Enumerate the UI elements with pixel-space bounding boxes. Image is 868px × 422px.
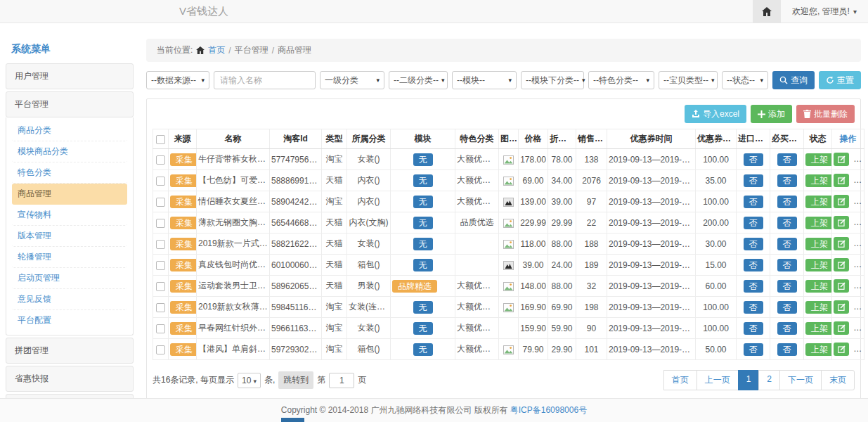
- pagination-button[interactable]: 2: [758, 370, 780, 390]
- edit-button[interactable]: [834, 195, 849, 208]
- delete-button[interactable]: [853, 343, 864, 356]
- edit-button[interactable]: [834, 174, 849, 187]
- row-checkbox[interactable]: [156, 219, 165, 228]
- must-buy-toggle[interactable]: 否: [777, 217, 797, 229]
- sidebar-submenu-item[interactable]: 轮播管理: [12, 247, 127, 268]
- pagination-button[interactable]: 上一页: [697, 370, 739, 390]
- must-buy-toggle[interactable]: 否: [777, 238, 797, 250]
- pagination-button[interactable]: 下一页: [779, 370, 822, 390]
- breadcrumb-home-link[interactable]: 首页: [208, 44, 225, 56]
- filter-select[interactable]: 一级分类 ▾: [320, 71, 384, 89]
- sidebar-submenu-item[interactable]: 意见反馈: [12, 289, 127, 310]
- reset-button[interactable]: 重置: [819, 71, 861, 89]
- row-checkbox[interactable]: [156, 345, 165, 354]
- status-badge[interactable]: 上架: [805, 153, 832, 166]
- delete-button[interactable]: [853, 237, 864, 250]
- search-button[interactable]: 查询: [772, 71, 815, 89]
- page-size-select[interactable]: 10▾: [238, 373, 261, 388]
- pagination-button[interactable]: 首页: [663, 370, 697, 390]
- status-badge[interactable]: 上架: [805, 259, 832, 271]
- status-badge[interactable]: 上架: [805, 217, 832, 229]
- sidebar-submenu-item[interactable]: 模块商品分类: [12, 141, 127, 162]
- sidebar-submenu-item[interactable]: 特色分类: [12, 162, 127, 184]
- must-buy-toggle[interactable]: 否: [777, 343, 797, 356]
- row-checkbox[interactable]: [156, 303, 165, 312]
- edit-button[interactable]: [834, 153, 849, 166]
- import-select-toggle[interactable]: 否: [744, 259, 763, 271]
- must-buy-toggle[interactable]: 否: [777, 259, 797, 271]
- import-select-toggle[interactable]: 否: [744, 301, 763, 314]
- must-buy-toggle[interactable]: 否: [777, 301, 797, 314]
- sidebar-group-item[interactable]: 省惠快报: [6, 366, 134, 392]
- sidebar-submenu-item[interactable]: 商品管理: [12, 184, 127, 205]
- delete-button[interactable]: [853, 195, 864, 208]
- import-select-toggle[interactable]: 否: [744, 343, 763, 356]
- edit-button[interactable]: [834, 237, 849, 250]
- edit-button[interactable]: [834, 343, 849, 356]
- icp-link[interactable]: 粤ICP备16098006号: [510, 404, 587, 416]
- status-badge[interactable]: 上架: [805, 196, 832, 208]
- delete-button[interactable]: [853, 300, 864, 314]
- select-all-checkbox[interactable]: [156, 135, 165, 144]
- page-number-input[interactable]: [329, 373, 354, 388]
- sidebar-group-item[interactable]: 用户管理: [6, 63, 134, 89]
- filter-select[interactable]: --模块-- ▾: [452, 71, 517, 89]
- must-buy-toggle[interactable]: 否: [777, 322, 797, 335]
- row-checkbox[interactable]: [156, 198, 165, 207]
- edit-button[interactable]: [834, 300, 849, 314]
- must-buy-toggle[interactable]: 否: [777, 196, 797, 208]
- filter-select[interactable]: --特色分类-- ▾: [588, 71, 654, 89]
- sidebar-group-item[interactable]: 拼团管理: [6, 338, 134, 364]
- sidebar-submenu-item[interactable]: 商品分类: [12, 120, 127, 141]
- status-badge[interactable]: 上架: [805, 280, 832, 293]
- import-select-toggle[interactable]: 否: [744, 322, 763, 335]
- filter-select[interactable]: --模块下分类-- ▾: [521, 71, 584, 89]
- import-select-toggle[interactable]: 否: [744, 174, 763, 187]
- row-checkbox[interactable]: [156, 261, 165, 270]
- batch-delete-button[interactable]: 批量删除: [796, 105, 855, 123]
- edit-button[interactable]: [834, 216, 849, 229]
- sidebar-submenu-item[interactable]: 版本管理: [12, 226, 127, 247]
- pagination-button[interactable]: 末页: [821, 370, 855, 390]
- must-buy-toggle[interactable]: 否: [777, 174, 797, 187]
- filter-select[interactable]: --状态-- ▾: [722, 71, 768, 89]
- edit-button[interactable]: [834, 258, 849, 271]
- filter-select-data-source[interactable]: --数据来源-- ▾: [146, 71, 209, 89]
- delete-button[interactable]: [853, 153, 864, 166]
- row-checkbox[interactable]: [156, 282, 165, 291]
- row-checkbox[interactable]: [156, 155, 165, 165]
- import-select-toggle[interactable]: 否: [744, 217, 763, 229]
- pagination-button[interactable]: 1: [738, 370, 760, 390]
- status-badge[interactable]: 上架: [805, 301, 832, 314]
- edit-button[interactable]: [834, 279, 849, 293]
- sidebar-submenu-item[interactable]: 宣传物料: [12, 205, 127, 226]
- delete-button[interactable]: [853, 258, 864, 271]
- must-buy-toggle[interactable]: 否: [777, 153, 797, 166]
- name-search-input[interactable]: [214, 71, 316, 89]
- home-button[interactable]: [753, 0, 781, 23]
- sidebar-submenu-item[interactable]: 启动页管理: [12, 268, 127, 289]
- row-checkbox[interactable]: [156, 324, 165, 333]
- delete-button[interactable]: [853, 321, 864, 335]
- status-badge[interactable]: 上架: [805, 174, 832, 187]
- delete-button[interactable]: [853, 216, 864, 229]
- must-buy-toggle[interactable]: 否: [777, 280, 797, 293]
- filter-select[interactable]: --宝贝类型-- ▾: [659, 71, 718, 89]
- scrollbar-thumb[interactable]: [281, 418, 304, 422]
- status-badge[interactable]: 上架: [805, 322, 832, 335]
- status-badge[interactable]: 上架: [805, 238, 832, 250]
- status-badge[interactable]: 上架: [805, 343, 832, 356]
- user-menu[interactable]: 欢迎您, 管理员! ▾: [781, 0, 868, 23]
- filter-select[interactable]: --二级分类-- ▾: [389, 71, 448, 89]
- import-select-toggle[interactable]: 否: [744, 238, 763, 250]
- edit-button[interactable]: [834, 321, 849, 335]
- delete-button[interactable]: [853, 279, 864, 293]
- import-select-toggle[interactable]: 否: [744, 153, 763, 166]
- add-button[interactable]: 添加: [751, 105, 792, 123]
- sidebar-submenu-item[interactable]: 平台配置: [12, 310, 127, 331]
- sidebar-group-item[interactable]: 平台管理: [6, 91, 134, 117]
- row-checkbox[interactable]: [156, 240, 165, 249]
- import-select-toggle[interactable]: 否: [744, 196, 763, 208]
- delete-button[interactable]: [853, 174, 864, 187]
- import-select-toggle[interactable]: 否: [744, 280, 763, 293]
